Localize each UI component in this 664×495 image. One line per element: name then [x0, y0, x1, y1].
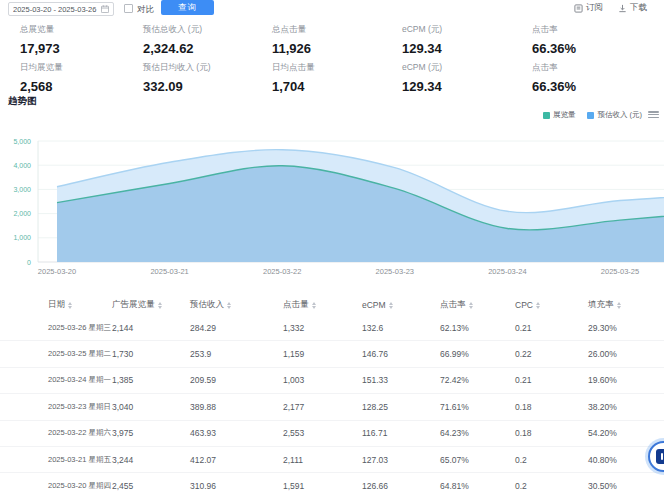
svg-text:2,000: 2,000 [13, 210, 31, 217]
sort-icon[interactable] [158, 302, 162, 309]
table-cell: 0.2 [515, 481, 588, 491]
stat-daily-impressions: 日均展览量 2,568 [20, 62, 140, 94]
stat-label: eCPM (元) [402, 62, 522, 74]
table-cell: 132.6 [362, 323, 440, 333]
table-header-ctr[interactable]: 点击率 [440, 299, 515, 311]
svg-text:5,000: 5,000 [13, 138, 31, 145]
table-header-date[interactable]: 日期 [48, 299, 112, 311]
table-cell: 412.07 [190, 455, 283, 465]
sort-icon[interactable] [469, 302, 473, 309]
chart-menu-icon[interactable] [648, 110, 659, 119]
stat-label: 总展览量 [20, 24, 140, 36]
compare-label[interactable]: 对比 [137, 4, 154, 16]
download-label: 下载 [630, 2, 647, 14]
table-cell: 2025-03-21 星期五 [48, 455, 112, 465]
table-row: 2025-03-24 星期一1,385209.591,003151.3372.4… [0, 368, 664, 394]
table-cell: 127.03 [362, 455, 440, 465]
table-cell: 19.60% [588, 375, 664, 385]
stat-daily-ctr: 点击率 66.36% [532, 62, 652, 94]
table-cell: 128.25 [362, 402, 440, 412]
sort-icon[interactable] [617, 302, 621, 309]
stat-ctr: 点击率 66.36% [532, 24, 652, 56]
stat-value: 66.36% [532, 41, 652, 56]
table-cell: 72.42% [440, 375, 515, 385]
table-header-ecpm[interactable]: eCPM [362, 300, 440, 310]
table-header-cpc[interactable]: CPC [515, 300, 588, 310]
query-button[interactable]: 查询 [161, 0, 214, 15]
stat-value: 2,568 [20, 79, 140, 94]
table-cell: 310.96 [190, 481, 283, 491]
sort-icon[interactable] [227, 302, 231, 309]
table-cell: 0.21 [515, 375, 588, 385]
svg-text:2025-03-20: 2025-03-20 [38, 267, 76, 276]
table-row: 2025-03-20 星期四2,455310.961,591126.6664.8… [0, 473, 664, 495]
download-button[interactable]: 下载 [618, 2, 647, 14]
table-cell: 2,177 [283, 402, 362, 412]
svg-text:2025-03-23: 2025-03-23 [376, 267, 414, 276]
compare-checkbox[interactable] [124, 4, 133, 13]
legend-swatch-revenue [587, 112, 594, 119]
legend-item-impressions[interactable]: 展览量 [543, 110, 576, 120]
table-cell: 1,003 [283, 375, 362, 385]
stat-total-revenue: 预估总收入 (元) 2,324.62 [143, 24, 263, 56]
table-cell: 1,730 [112, 349, 190, 359]
table-header-fillrate[interactable]: 填充率 [588, 299, 664, 311]
table-row: 2025-03-22 星期六3,975463.932,553116.7164.2… [0, 421, 664, 447]
table-cell: 1,332 [283, 323, 362, 333]
table-cell: 26.00% [588, 349, 664, 359]
table-cell: 2025-03-22 星期六 [48, 428, 112, 438]
stat-value: 66.36% [532, 79, 652, 94]
stat-value: 2,324.62 [143, 41, 263, 56]
table-cell: 209.59 [190, 375, 283, 385]
table-cell: 284.29 [190, 323, 283, 333]
table-header-clicks[interactable]: 点击量 [283, 299, 362, 311]
table-cell: 2025-03-23 星期日 [48, 402, 112, 412]
sort-icon[interactable] [536, 302, 540, 309]
stat-label: 日均展览量 [20, 62, 140, 74]
stat-value: 11,926 [272, 41, 392, 56]
table-cell: 116.71 [362, 428, 440, 438]
stat-label: 点击率 [532, 24, 652, 36]
stat-label: 预估总收入 (元) [143, 24, 263, 36]
calendar-icon [101, 5, 109, 13]
stat-total-impressions: 总展览量 17,973 [20, 24, 140, 56]
trend-section-title: 趋势图 [8, 95, 37, 108]
legend-label: 展览量 [553, 110, 576, 120]
table-cell: 30.50% [588, 481, 664, 491]
sort-icon[interactable] [68, 302, 72, 309]
trend-chart[interactable]: 01,0002,0003,0004,0005,0002025-03-202025… [0, 130, 664, 282]
legend-label: 预估收入 (元) [597, 110, 642, 120]
svg-text:2025-03-25: 2025-03-25 [601, 267, 639, 276]
table-cell: 64.81% [440, 481, 515, 491]
table-row: 2025-03-21 星期五3,244412.072,111127.0365.0… [0, 447, 664, 473]
help-logo-icon [656, 449, 664, 464]
sort-icon[interactable] [389, 302, 393, 309]
table-cell: 3,040 [112, 402, 190, 412]
legend-item-revenue[interactable]: 预估收入 (元) [587, 110, 642, 120]
table-cell: 2025-03-26 星期三 [48, 323, 112, 333]
subscribe-button[interactable]: 订阅 [574, 2, 603, 14]
table-cell: 54.20% [588, 428, 664, 438]
svg-text:4,000: 4,000 [13, 162, 31, 169]
legend-swatch-impressions [543, 112, 550, 119]
table-cell: 29.30% [588, 323, 664, 333]
table-cell: 0.2 [515, 455, 588, 465]
sort-icon[interactable] [312, 302, 316, 309]
table-header-revenue[interactable]: 预估收入 [190, 299, 283, 311]
stat-value: 332.09 [143, 79, 263, 94]
stat-ecpm: eCPM (元) 129.34 [402, 24, 522, 56]
table-cell: 126.66 [362, 481, 440, 491]
stat-daily-ecpm: eCPM (元) 129.34 [402, 62, 522, 94]
stat-value: 17,973 [20, 41, 140, 56]
table-cell: 151.33 [362, 375, 440, 385]
svg-text:2025-03-24: 2025-03-24 [488, 267, 526, 276]
svg-text:2025-03-21: 2025-03-21 [150, 267, 188, 276]
table-cell: 1,159 [283, 349, 362, 359]
date-range-picker[interactable]: 2025-03-20 - 2025-03-26 [8, 2, 114, 16]
stat-label: 总点击量 [272, 24, 392, 36]
table-cell: 62.13% [440, 323, 515, 333]
table-cell: 66.99% [440, 349, 515, 359]
table-cell: 2,144 [112, 323, 190, 333]
table-header-impressions[interactable]: 广告展览量 [112, 299, 190, 311]
table-cell: 2025-03-24 星期一 [48, 375, 112, 385]
